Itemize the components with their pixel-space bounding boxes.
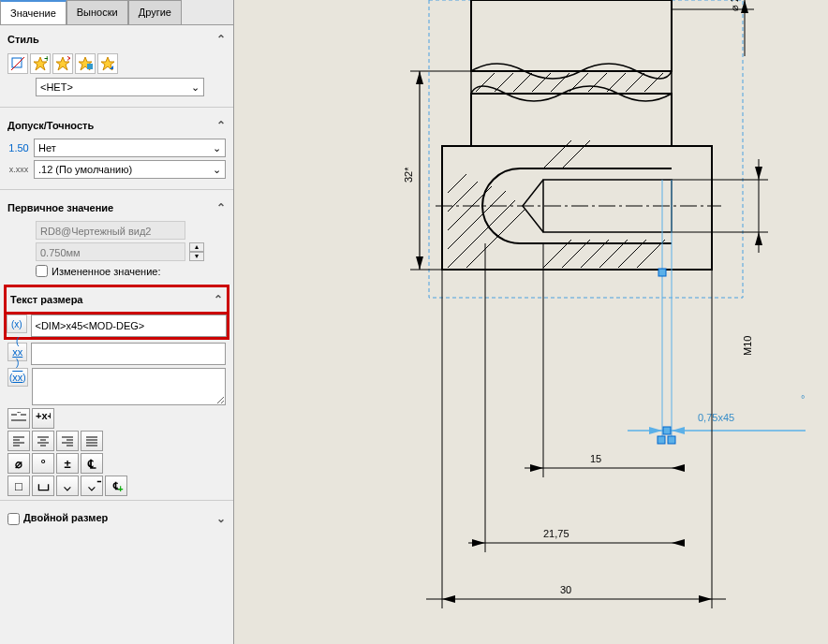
svg-line-1 [11,57,24,70]
svg-line-53 [448,182,478,212]
svg-marker-94 [672,539,685,547]
style-btn-4[interactable] [75,53,96,74]
chevron-down-icon: ⌄ [213,139,221,157]
svg-line-41 [626,73,644,92]
drawing-canvas[interactable]: 32* ⌀ 20 M10 0,75х45 ° 15 [234,0,828,644]
justify-full[interactable] [81,431,103,451]
svg-line-37 [551,73,569,92]
sym-cbore[interactable]: ⌵ [56,476,79,496]
align-toolbar-1: * +x+ [7,408,226,429]
svg-rect-0 [12,58,22,67]
symbol-toolbar-2: □ ⌴ ⌵ ⌵̄ ℄+ [7,476,226,496]
tab-other[interactable]: Другие [128,0,182,24]
tab-value[interactable]: Значение [0,0,67,24]
dim-15: 15 [590,453,601,464]
svg-line-38 [569,73,588,92]
svg-line-52 [448,186,492,230]
sym-depth[interactable]: ⌴ [32,476,54,496]
dim-diameter: ⌀ 20 [729,0,740,11]
dim-chamfer[interactable]: 0,75х45 [698,412,734,423]
spin-down[interactable]: ▾ [189,252,204,261]
justify-center[interactable] [32,431,54,451]
tab-leaders[interactable]: Выноски [67,0,128,24]
changed-value-label: Измененное значение: [52,266,161,277]
sym-centerline[interactable]: ℄ [81,453,103,474]
svg-rect-86 [668,436,675,444]
svg-marker-68 [416,71,423,84]
chevron-up-icon: ⌃ [216,201,226,214]
sym-diameter[interactable]: ⌀ [7,453,30,474]
chevron-down-icon: ⌄ [216,512,226,525]
style-btn-5[interactable] [97,53,118,74]
tolerance-header[interactable]: Допуск/Точность ⌃ [7,115,226,136]
dim-chamfer-deg: ° [801,393,805,404]
dimtext-header[interactable]: Текст размера ⌃ [10,289,223,310]
chevron-up-icon: ⌃ [214,293,223,306]
dim-2175: 21,75 [543,528,569,539]
svg-marker-98 [442,595,455,603]
chevron-down-icon: ⌄ [191,78,200,96]
align-btn-2[interactable]: +x+ [32,408,54,429]
tolerance-type-dropdown[interactable]: Нет⌄ [34,139,226,157]
svg-marker-76 [755,167,762,180]
dual-title: Двойной размер [23,512,108,523]
precision-dropdown[interactable]: .12 (По умолчанию)⌄ [34,160,226,179]
dim-30: 30 [560,584,571,595]
justify-left[interactable] [7,431,30,451]
dim-m10: M10 [742,336,753,356]
style-btn-2[interactable]: + [30,53,51,74]
sym-degree[interactable]: ° [32,453,54,474]
svg-text:*: * [17,412,22,418]
sym-plusminus[interactable]: ± [56,453,79,474]
dimtext-input-2[interactable] [31,343,226,365]
style-preset-dropdown[interactable]: <НЕТ>⌄ [36,78,204,96]
svg-line-34 [495,73,513,92]
style-btn-1[interactable] [7,53,28,74]
style-btn-3[interactable]: × [52,53,73,74]
svg-rect-83 [658,269,666,276]
chevron-up-icon: ⌃ [216,119,226,132]
justify-right[interactable] [56,431,79,451]
svg-marker-89 [530,464,543,472]
primary-value: 0.750мм [36,242,185,261]
svg-rect-84 [663,427,671,434]
svg-marker-69 [416,256,423,270]
changed-value-checkbox[interactable] [36,265,48,277]
primary-ref: RD8@Чертежный вид2 [36,221,185,240]
dimtext-input[interactable] [31,315,228,337]
tabs: Значение Выноски Другие [0,0,233,25]
dim-32: 32* [403,167,414,183]
sym-countersink[interactable]: ⌵̄ [81,476,103,496]
symbol-toolbar-1: ⌀ ° ± ℄ [7,453,226,474]
svg-line-62 [543,140,571,168]
justify-toolbar [7,431,226,451]
chevron-up-icon: ⌃ [216,33,226,46]
precision-icon: x.xxx [7,160,30,179]
primary-header[interactable]: Первичное значение ⌃ [7,198,226,218]
sym-square[interactable]: □ [7,476,30,496]
dual-checkbox[interactable] [7,513,20,525]
svg-marker-81 [649,427,662,434]
dimtext-below-icon[interactable]: (xx) [7,343,27,361]
svg-text:+: + [44,56,48,64]
svg-line-35 [513,73,532,92]
dimtext-multi-input[interactable] [32,368,226,405]
spin-up[interactable]: ▴ [189,242,204,252]
dimtext-multi-icon[interactable]: (xx) [7,368,28,387]
svg-marker-93 [472,539,485,547]
style-toolbar: + × [7,53,226,74]
property-panel: Значение Выноски Другие Стиль ⌃ + × <НЕТ… [0,0,234,644]
svg-rect-32 [471,0,672,71]
svg-marker-72 [741,0,748,13]
svg-marker-77 [755,232,762,245]
tolerance-title: Допуск/Точность [7,120,94,131]
dimtext-title: Текст размера [10,294,82,305]
dual-header[interactable]: Двойной размер ⌄ [7,508,226,529]
style-title: Стиль [7,34,39,45]
dimtext-xy-icon[interactable]: (x) [7,315,27,333]
style-header[interactable]: Стиль ⌃ [7,29,226,50]
align-btn-1[interactable]: * [7,408,30,429]
svg-line-54 [448,174,466,193]
sym-more[interactable]: ℄+ [105,476,127,496]
svg-rect-85 [658,436,665,444]
